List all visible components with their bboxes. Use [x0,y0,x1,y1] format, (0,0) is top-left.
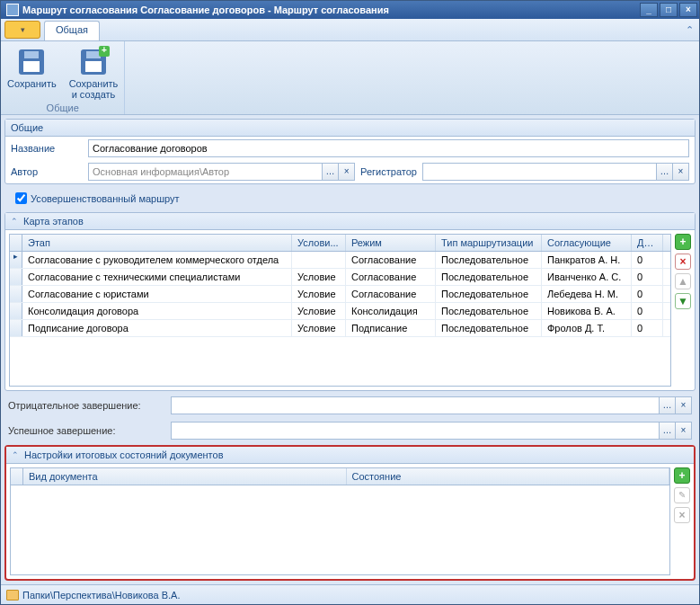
content-area: Общие Название Автор … × Регистратор … × [1,115,699,584]
close-button[interactable]: × [679,3,697,17]
ribbon-group-label: Общие [47,102,79,115]
cell-approvers: Фролов Д. Т. [542,320,632,336]
row-marker [10,303,22,319]
col-duration[interactable]: Дли... [632,235,663,251]
quick-menu-button[interactable]: ▾ [4,21,40,39]
titlebar: Маршрут согласования Согласование догово… [1,1,699,19]
success-lookup-button[interactable]: … [659,423,675,439]
save-label: Сохранить [7,78,57,89]
minimize-button[interactable]: _ [640,3,658,17]
cell-condition: Условие [292,320,346,336]
col-condition[interactable]: Услови... [292,235,346,251]
author-input[interactable] [89,164,322,180]
save-button[interactable]: Сохранить [1,45,63,102]
stages-title: Карта этапов [23,216,84,227]
cell-routing: Последовательное [436,286,542,302]
collapse-final-states-icon[interactable]: ⌃ [12,450,19,459]
delete-final-state-button[interactable]: × [674,507,690,523]
cell-approvers: Панкратов А. Н. [542,252,632,268]
cell-mode: Подписание [346,320,436,336]
success-completion-input[interactable] [172,423,659,439]
group-stages: ⌃ Карта этапов Этап Услови... Режим Тип … [4,212,696,391]
tab-general[interactable]: Общая [44,21,100,40]
cell-mode: Согласование [346,286,436,302]
add-stage-button[interactable]: + [675,234,691,250]
cell-mode: Консолидация [346,303,436,319]
row-marker [10,320,22,336]
success-completion-row: Успешное завершение: … × [4,420,696,441]
registrar-input-group: … × [422,163,689,181]
cell-condition: Условие [292,286,346,302]
cell-duration: 0 [632,252,663,268]
delete-stage-button[interactable]: × [675,254,691,270]
cell-mode: Согласование [346,269,436,285]
table-row[interactable]: Согласование с юристамиУсловиеСогласован… [10,286,670,303]
advanced-route-row: Усовершенствованный маршрут [4,188,696,209]
col-approvers[interactable]: Согласующие [542,235,632,251]
move-up-button[interactable]: ▲ [675,273,691,289]
window-title: Маршрут согласования Согласование догово… [22,4,638,15]
save-create-label: Сохранить и создать [69,78,119,100]
col-mode[interactable]: Режим [346,235,436,251]
cell-duration: 0 [632,269,663,285]
group-general: Общие Название Автор … × Регистратор … × [4,119,696,184]
cell-stage: Согласование с руководителем коммерческо… [22,252,292,268]
final-states-title: Настройки итоговых состояний документов [24,449,224,460]
cell-condition: Условие [292,269,346,285]
group-final-states-header: ⌃ Настройки итоговых состояний документо… [6,447,694,464]
collapse-stages-icon[interactable]: ⌃ [11,217,18,226]
group-general-header: Общие [5,120,695,137]
cell-duration: 0 [632,286,663,302]
col-routing[interactable]: Тип маршрутизации [436,235,542,251]
negative-completion-group: … × [171,396,692,414]
negative-clear-button[interactable]: × [675,397,691,414]
col-state[interactable]: Состояние [347,468,670,485]
table-row[interactable]: ▸Согласование с руководителем коммерческ… [10,252,670,269]
breadcrumb[interactable]: Папки\Перспектива\Новикова В.А. [22,590,181,601]
success-clear-button[interactable]: × [675,423,691,439]
edit-final-state-button[interactable]: ✎ [674,487,690,503]
add-final-state-button[interactable]: + [674,467,690,484]
ribbon-collapse-icon[interactable]: ⌃ [686,24,694,36]
negative-completion-row: Отрицательное завершение: … × [4,395,696,416]
name-input[interactable] [88,139,689,157]
author-clear-button[interactable]: × [338,164,354,180]
cell-stage: Консолидация договора [22,303,292,319]
stages-header-row: Этап Услови... Режим Тип маршрутизации С… [10,235,670,252]
group-final-states: ⌃ Настройки итоговых состояний документо… [4,445,696,581]
maximize-button[interactable]: □ [660,3,678,17]
registrar-lookup-button[interactable]: … [656,164,672,180]
registrar-clear-button[interactable]: × [672,164,688,180]
cell-approvers: Лебедева Н. М. [542,286,632,302]
author-label: Автор [11,166,83,177]
col-stage[interactable]: Этап [22,235,292,251]
app-icon [6,4,19,16]
registrar-label: Регистратор [360,166,417,177]
cell-condition [292,252,346,268]
final-states-side-buttons: + ✎ × [674,467,690,575]
cell-mode: Согласование [346,252,436,268]
negative-completion-label: Отрицательное завершение: [8,400,165,411]
save-create-button[interactable]: + Сохранить и создать [63,45,125,102]
author-lookup-button[interactable]: … [322,164,338,180]
advanced-route-label: Усовершенствованный маршрут [31,193,180,204]
folder-icon [6,590,19,601]
negative-lookup-button[interactable]: … [659,397,675,414]
ribbon: Сохранить + Сохранить и создать Общие [1,41,699,115]
move-down-button[interactable]: ▼ [675,293,691,309]
table-row[interactable]: Согласование с техническими специалистам… [10,269,670,286]
negative-completion-input[interactable] [172,397,659,414]
group-stages-header: ⌃ Карта этапов [5,213,695,230]
name-label: Название [11,143,83,154]
status-bar: Папки\Перспектива\Новикова В.А. [1,584,699,604]
row-marker [10,286,22,302]
cell-routing: Последовательное [436,269,542,285]
table-row[interactable]: Консолидация договораУсловиеКонсолидация… [10,303,670,320]
cell-condition: Условие [292,303,346,319]
col-doctype[interactable]: Вид документа [23,468,347,485]
row-marker: ▸ [10,252,22,268]
advanced-route-checkbox[interactable] [15,192,27,204]
table-row[interactable]: Подписание договораУсловиеПодписаниеПосл… [10,320,670,337]
cell-routing: Последовательное [436,252,542,268]
registrar-input[interactable] [423,164,656,180]
